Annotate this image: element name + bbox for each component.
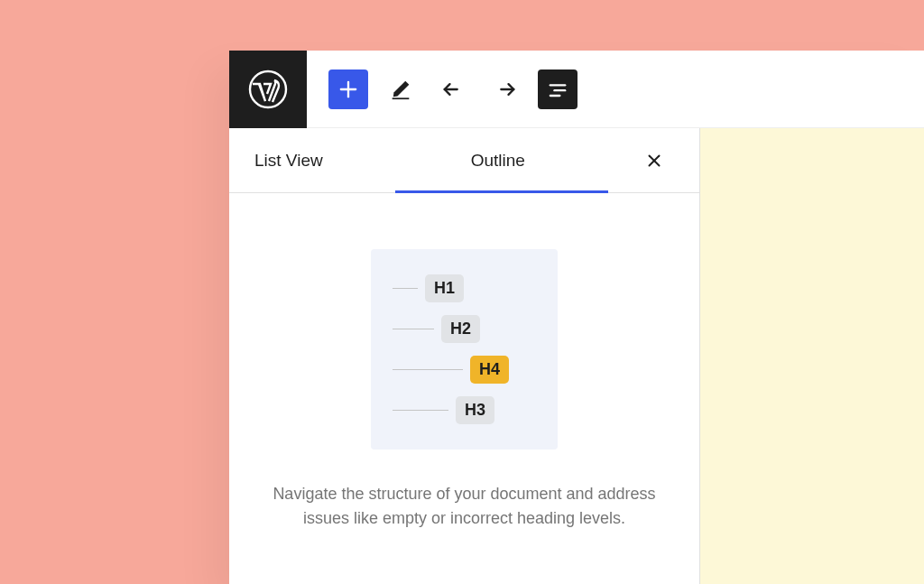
tab-list-view[interactable]: List View <box>247 128 330 192</box>
heading-row-h3: H3 <box>393 396 536 424</box>
add-block-button[interactable] <box>328 70 368 109</box>
plus-icon <box>336 77 361 102</box>
editor-window: List View Outline <box>229 51 924 584</box>
heading-row-h2: H2 <box>393 315 536 343</box>
close-panel-button[interactable] <box>642 148 667 173</box>
list-view-toggle-button[interactable] <box>538 70 578 109</box>
heading-badge-h3: H3 <box>456 396 494 424</box>
heading-badge-h4-warning: H4 <box>470 356 509 384</box>
tab-label: List View <box>254 151 323 171</box>
pencil-icon <box>388 77 413 102</box>
toolbar <box>229 51 924 128</box>
tabs-row: List View Outline <box>229 128 699 193</box>
redo-button[interactable] <box>485 70 525 109</box>
heading-badge-h1: H1 <box>425 274 464 302</box>
undo-icon <box>440 77 466 102</box>
undo-button[interactable] <box>433 70 473 109</box>
outline-description: Navigate the structure of your document … <box>271 482 659 531</box>
wordpress-icon <box>246 68 290 111</box>
heading-line <box>393 288 418 289</box>
main-body: List View Outline <box>229 128 924 584</box>
toolbar-buttons <box>307 70 578 109</box>
heading-row-h4: H4 <box>393 356 536 384</box>
active-tab-indicator <box>395 190 608 193</box>
heading-badge-h2: H2 <box>441 315 480 343</box>
heading-line <box>393 329 434 329</box>
editor-canvas[interactable] <box>700 128 924 584</box>
tab-label: Outline <box>471 151 525 171</box>
tab-outline[interactable]: Outline <box>464 128 532 192</box>
svg-rect-3 <box>393 97 410 99</box>
redo-icon <box>493 77 518 102</box>
outline-content: H1 H2 H4 H3 Navigate t <box>229 193 699 584</box>
edit-tool-button[interactable] <box>381 70 420 109</box>
heading-structure-illustration: H1 H2 H4 H3 <box>371 249 558 450</box>
heading-line <box>393 410 448 411</box>
heading-row-h1: H1 <box>393 274 536 302</box>
close-icon <box>644 151 664 171</box>
heading-line <box>393 369 463 370</box>
list-view-icon <box>545 77 570 102</box>
wordpress-logo-button[interactable] <box>229 51 307 128</box>
document-overview-panel: List View Outline <box>229 128 700 584</box>
